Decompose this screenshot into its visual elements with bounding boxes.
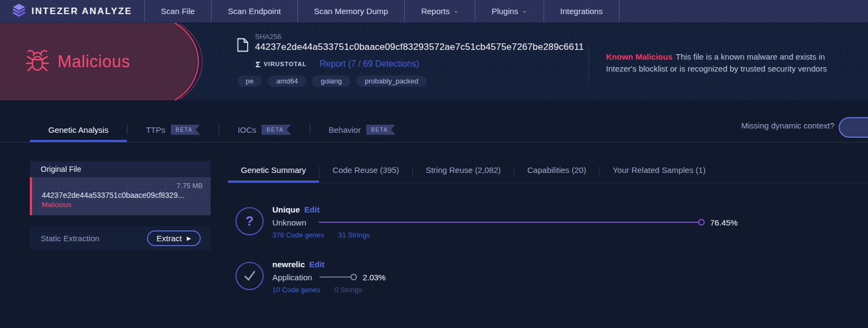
tag-pe[interactable]: pe	[237, 75, 262, 87]
subtab-genetic-summary[interactable]: Genetic Summary	[228, 161, 319, 182]
nav-item-integrations[interactable]: Integrations	[544, 0, 620, 22]
bar-endcap-icon	[698, 219, 705, 226]
sha256-hash: 44237e2de44a533751c0baace09cf83293572ae7…	[255, 42, 584, 53]
static-extraction-label: Static Extraction	[41, 234, 99, 243]
nav-item-scan-memory-dump[interactable]: Scan Memory Dump	[298, 0, 405, 22]
tab-label: Genetic Analysis	[48, 125, 108, 134]
gene-percent: 2.03%	[362, 273, 386, 282]
file-icon	[237, 38, 248, 54]
tag-golang[interactable]: golang	[312, 75, 350, 87]
missing-dynamic-context-text: Missing dynamic context?	[741, 121, 834, 130]
subtab-string-reuse[interactable]: String Reuse (2,082)	[413, 161, 514, 182]
strings-link[interactable]: 0 Strings	[334, 286, 362, 294]
beta-badge: BETA	[366, 125, 395, 135]
edit-link[interactable]: Edit	[309, 260, 324, 269]
gene-group-list: ? Unique Edit Unknown 76.45% 376 Code ge…	[228, 183, 868, 294]
gene-family: Unknown	[272, 218, 311, 227]
tab-behavior[interactable]: Behavior BETA	[310, 117, 414, 142]
bar-endcap-icon	[350, 274, 357, 280]
chevron-down-icon: ⌄	[522, 7, 527, 14]
gene-percent-bar	[319, 222, 699, 223]
vertical-divider	[589, 43, 589, 86]
file-sidebar: Original File 7.75 MB 44237e2de44a533751…	[30, 161, 210, 314]
nav-item-scan-endpoint[interactable]: Scan Endpoint	[212, 0, 298, 22]
virustotal-logo: Σ VIRUSTOTAL	[256, 60, 307, 69]
edge-pill-button[interactable]	[839, 117, 868, 138]
hash-type-label: SHA256	[255, 33, 584, 41]
brand[interactable]: INTEZER ANALYZE	[0, 0, 145, 22]
nav-item-label: Scan File	[161, 7, 195, 16]
nav-item-label: Reports	[421, 7, 450, 16]
code-genes-link[interactable]: 10 Code genes	[272, 286, 320, 294]
beta-badge: BETA	[261, 125, 291, 135]
nav-item-scan-file[interactable]: Scan File	[145, 0, 212, 22]
gene-name: newrelic	[272, 260, 305, 269]
file-verdict-badge: Malicious	[42, 201, 203, 209]
known-malicious-block: Known MaliciousThis file is a known malw…	[606, 51, 845, 75]
file-block: SHA256 44237e2de44a533751c0baace09cf8329…	[237, 33, 584, 87]
nav-item-label: Scan Endpoint	[228, 7, 281, 16]
nav-item-reports[interactable]: Reports ⌄	[405, 0, 475, 22]
tag-row: pe amd64 golang probably_packed	[237, 75, 584, 87]
tab-genetic-analysis[interactable]: Genetic Analysis	[30, 117, 127, 142]
main-area: Original File 7.75 MB 44237e2de44a533751…	[0, 143, 868, 314]
file-size: 7.75 MB	[42, 182, 203, 190]
known-malicious-label: Known Malicious	[606, 52, 673, 61]
gene-name: Unique	[272, 205, 300, 214]
code-genes-link[interactable]: 376 Code genes	[272, 231, 324, 239]
subtab-code-reuse[interactable]: Code Reuse (395)	[320, 161, 412, 182]
nav-item-plugins[interactable]: Plugins ⌄	[475, 0, 544, 22]
extract-button-label: Extract	[157, 234, 182, 243]
check-circle-icon	[235, 262, 264, 290]
nav-item-label: Scan Memory Dump	[314, 7, 388, 16]
bug-icon	[26, 48, 49, 75]
edit-link[interactable]: Edit	[304, 205, 320, 214]
verdict-label: Malicious	[58, 52, 130, 72]
tag-amd64[interactable]: amd64	[267, 75, 307, 87]
gene-row-unique: ? Unique Edit Unknown 76.45% 376 Code ge…	[235, 205, 868, 239]
virustotal-report-link[interactable]: Report (7 / 69 Detections)	[320, 59, 419, 69]
beta-badge: BETA	[171, 125, 200, 135]
nav-item-label: Plugins	[492, 7, 518, 16]
virustotal-sigma-icon: Σ	[256, 60, 260, 69]
tab-ttps[interactable]: TTPs BETA	[127, 117, 219, 142]
strings-link[interactable]: 31 Strings	[338, 231, 370, 239]
gene-percent: 76.45%	[710, 218, 738, 227]
question-circle-icon: ?	[235, 207, 264, 235]
tab-iocs[interactable]: IOCs BETA	[219, 117, 310, 142]
top-nav: INTEZER ANALYZE Scan File Scan Endpoint …	[0, 0, 868, 23]
tab-label: IOCs	[238, 125, 256, 134]
tab-label: Behavior	[329, 125, 361, 134]
analysis-tabs-row: Genetic Analysis TTPs BETA IOCs BETA Beh…	[0, 100, 868, 143]
file-card[interactable]: 7.75 MB 44237e2de44a533751c0baace09cf832…	[30, 177, 210, 215]
nav-item-label: Integrations	[560, 7, 603, 16]
sub-tabs: Genetic Summary Code Reuse (395) String …	[228, 161, 868, 182]
gene-family: Application	[272, 273, 312, 282]
extract-button[interactable]: Extract ▶	[147, 230, 201, 246]
tab-label: TTPs	[146, 125, 165, 134]
tag-probably-packed[interactable]: probably_packed	[356, 75, 427, 87]
subtab-related-samples[interactable]: Your Related Samples (1)	[599, 161, 718, 182]
gene-percent-bar	[320, 276, 351, 278]
subtab-capabilities[interactable]: Capabilities (20)	[514, 161, 599, 182]
gene-row-newrelic: newrelic Edit Application 2.03% 10 Code …	[235, 260, 868, 294]
brand-title: INTEZER ANALYZE	[31, 6, 132, 17]
play-icon: ▶	[187, 235, 191, 241]
intezer-logo-icon	[12, 3, 26, 20]
chevron-down-icon: ⌄	[454, 7, 458, 14]
malicious-banner: Malicious	[0, 23, 217, 100]
verdict-strip: Malicious SHA256 44237e2de44a533751c0baa…	[0, 23, 868, 100]
original-file-header: Original File	[30, 161, 210, 177]
static-extraction-row: Static Extraction Extract ▶	[30, 226, 210, 250]
file-name: 44237e2de44a533751c0baace09cf8329...	[42, 191, 203, 200]
genetic-content: Genetic Summary Code Reuse (395) String …	[210, 161, 868, 314]
